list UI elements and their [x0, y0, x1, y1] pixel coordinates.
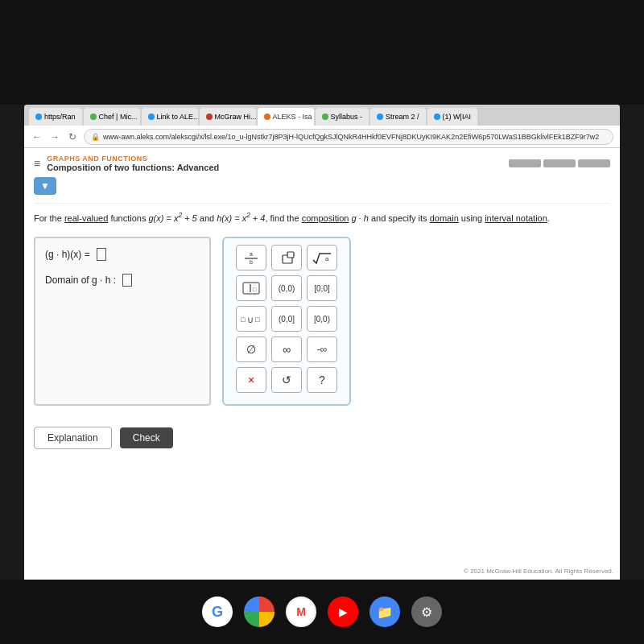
absolute-value-key[interactable]: □ [236, 275, 266, 301]
bottom-actions: Explanation Check [34, 419, 610, 457]
answer-box: (g · h)(x) = Domain of g · h : [34, 237, 211, 406]
reload-button[interactable]: ↻ [66, 130, 79, 143]
hamburger-menu[interactable]: ≡ [34, 157, 40, 170]
gmail-icon[interactable]: M [286, 597, 316, 627]
back-button[interactable]: ← [31, 130, 43, 143]
copyright-text: © 2021 McGraw-Hill Education. All Rights… [464, 568, 613, 575]
tab-4-favicon [206, 114, 213, 120]
sqrt-key[interactable]: a [307, 245, 337, 270]
clear-key[interactable]: × [236, 367, 266, 393]
domain-input[interactable] [122, 274, 132, 287]
domain-row: Domain of g · h : [45, 274, 200, 287]
problem-statement: For the real-valued functions g(x) = x2 … [34, 203, 610, 225]
tab-6[interactable]: Syllabus - [316, 108, 369, 126]
keyboard-row-4: ∅ ∞ -∞ [230, 336, 343, 362]
half-open-right-key[interactable]: (0,0] [271, 306, 302, 332]
math-keyboard: a b [222, 237, 351, 406]
union-key[interactable]: □ ∪ □ [236, 306, 266, 332]
settings-icon[interactable]: ⚙ [411, 597, 442, 627]
composition-input[interactable] [97, 248, 106, 261]
composition-row: (g · h)(x) = [45, 248, 200, 261]
progress-bar-1 [509, 159, 541, 167]
page-content: ≡ GRAPHS AND FUNCTIONS Composition of tw… [24, 148, 620, 580]
closed-interval-key[interactable]: [0,0] [307, 275, 337, 301]
tab-aleks-favicon [264, 114, 270, 120]
progress-bar-2 [543, 159, 576, 167]
tab-1-favicon [35, 114, 42, 120]
browser-window: https/Ran Chef | Mic... Link to ALE... M… [24, 105, 620, 580]
tab-8[interactable]: (1) W|IAI [427, 108, 477, 126]
dropdown-toggle[interactable]: ▼ [34, 177, 56, 195]
progress-bar-3 [578, 159, 610, 167]
svg-rect-7 [243, 283, 259, 294]
function-h: h(x) = x2 + 4 [217, 213, 265, 223]
infinity-key[interactable]: ∞ [271, 336, 302, 362]
tab-2[interactable]: Chef | Mic... [84, 108, 140, 126]
lock-icon: 🔒 [91, 133, 100, 141]
breadcrumb: GRAPHS AND FUNCTIONS Composition of two … [47, 155, 219, 172]
taskbar: G M ▶ 📁 ⚙ [0, 580, 644, 644]
superscript-key[interactable] [271, 245, 302, 270]
svg-text:a: a [325, 255, 329, 262]
svg-text:□: □ [253, 287, 257, 292]
keyboard-row-3: □ ∪ □ (0,0] [0,0) [230, 306, 343, 332]
composition-expr: g · h [351, 213, 368, 223]
breadcrumb-title: Composition of two functions: Advanced [47, 163, 219, 172]
keyboard-row-5: × ↺ ? [230, 367, 343, 393]
undo-key[interactable]: ↺ [271, 367, 302, 393]
tab-bar: https/Ran Chef | Mic... Link to ALE... M… [24, 105, 620, 126]
address-bar: ← → ↻ 🔒 www-awn.aleks.com/alekscgi/x/lsl… [24, 126, 620, 148]
youtube-icon[interactable]: ▶ [328, 597, 358, 627]
domain-text: domain [430, 213, 459, 223]
svg-text:∪: ∪ [247, 315, 254, 324]
svg-rect-4 [287, 252, 294, 258]
url-input[interactable]: 🔒 www-awn.aleks.com/alekscgi/x/lsl.exe/1… [84, 129, 613, 145]
function-g: g(x) = x2 + 5 [148, 213, 196, 223]
explanation-button[interactable]: Explanation [34, 427, 112, 449]
tab-3[interactable]: Link to ALE... [142, 108, 198, 126]
progress-area [509, 159, 610, 167]
tab-7-favicon [377, 114, 383, 120]
svg-text:□: □ [241, 316, 246, 324]
tab-6-favicon [322, 114, 328, 120]
half-open-left-key[interactable]: [0,0) [307, 306, 337, 332]
forward-button[interactable]: → [48, 130, 61, 143]
svg-text:a: a [250, 251, 253, 257]
tab-aleks[interactable]: ALEKS - Isa [258, 108, 314, 126]
composition-label: (g · h)(x) = [45, 249, 90, 260]
neg-infinity-key[interactable]: -∞ [307, 336, 337, 362]
open-interval-key[interactable]: (0,0) [271, 275, 302, 301]
svg-text:b: b [250, 259, 253, 265]
chevron-down-icon: ▼ [40, 180, 50, 192]
google-icon[interactable]: G [202, 597, 233, 627]
breadcrumb-category: GRAPHS AND FUNCTIONS [47, 155, 219, 163]
files-icon[interactable]: 📁 [369, 597, 400, 627]
empty-set-key[interactable]: ∅ [236, 336, 266, 362]
svg-text:□: □ [255, 316, 260, 324]
real-valued-text: real-valued [64, 213, 108, 223]
fraction-key[interactable]: a b [236, 245, 266, 270]
tab-4[interactable]: McGraw Hi... [200, 108, 256, 126]
keyboard-row-2: □ (0,0) [0,0] [230, 275, 343, 301]
tab-7[interactable]: Stream 2 / [370, 108, 426, 126]
chrome-icon[interactable] [244, 597, 275, 627]
tab-2-favicon [90, 114, 97, 120]
help-key[interactable]: ? [307, 367, 337, 393]
tab-3-favicon [148, 114, 155, 120]
composition-text: composition [302, 213, 349, 223]
domain-label: Domain of g · h : [45, 275, 116, 286]
aleks-header: ≡ GRAPHS AND FUNCTIONS Composition of tw… [34, 155, 610, 172]
interval-notation-text: interval notation [485, 213, 547, 223]
keyboard-row-1: a b [230, 245, 343, 270]
content-grid: (g · h)(x) = Domain of g · h : a b [34, 237, 610, 406]
tab-8-favicon [434, 114, 440, 120]
check-button[interactable]: Check [120, 427, 173, 448]
tab-1[interactable]: https/Ran [29, 108, 82, 126]
